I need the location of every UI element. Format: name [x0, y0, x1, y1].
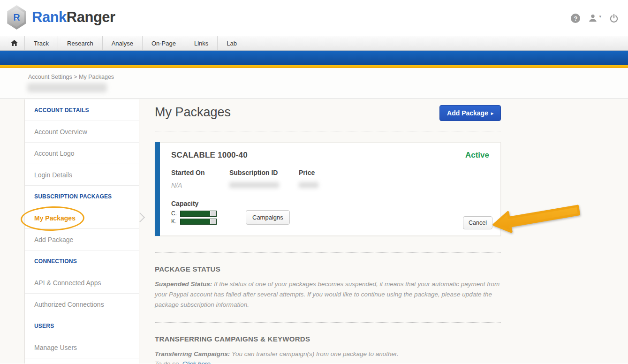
package-card-accent — [155, 142, 160, 236]
blue-banner — [0, 51, 628, 65]
capacity-bars: C. K. — [171, 210, 217, 225]
transferring-heading: TRANSFERRING CAMPAIGNS & KEYWORDS — [155, 335, 501, 343]
package-name: SCALABLE 1000-40 — [171, 151, 248, 160]
keywords-capacity-bar — [180, 219, 217, 225]
sidebar-item-my-packages[interactable]: My Packages — [25, 207, 139, 229]
tab-on-page[interactable]: On-Page — [143, 36, 185, 50]
sidebar-item-add-package[interactable]: Add Package — [25, 229, 139, 250]
package-card: SCALABLE 1000-40 Active Started On N/A S… — [155, 142, 501, 236]
power-icon[interactable] — [609, 14, 619, 23]
main-nav: Track Research Analyse On-Page Links Lab — [0, 36, 628, 51]
sidebar-heading-users: USERS — [25, 315, 139, 337]
user-icon — [588, 14, 598, 23]
user-menu[interactable]: ▾ — [588, 14, 601, 23]
sidebar-heading-connections: CONNECTIONS — [25, 250, 139, 272]
sidebar-heading-subscription-packages: SUBSCRIPTION PACKAGES — [25, 186, 139, 207]
caret-right-icon: ▸ — [491, 111, 493, 116]
tab-links[interactable]: Links — [185, 36, 218, 50]
tab-research[interactable]: Research — [58, 36, 103, 50]
sidebar-item-manage-users[interactable]: Manage Users — [25, 337, 139, 358]
click-here-link[interactable]: Click here — [182, 360, 211, 364]
price-label: Price — [299, 169, 318, 176]
chevron-down-icon: ▾ — [599, 14, 601, 19]
sidebar-item-account-overview[interactable]: Account Overview — [25, 121, 139, 143]
price-redacted — [299, 182, 318, 188]
cancel-button[interactable]: Cancel — [463, 216, 492, 229]
header-icons: ? ▾ — [571, 14, 619, 23]
subscription-id-label: Subscription ID — [229, 169, 299, 176]
keywords-capacity-key: K. — [171, 218, 178, 225]
dotted-divider — [155, 252, 501, 253]
sidebar-item-account-logo[interactable]: Account Logo — [25, 143, 139, 164]
sidebar-item-authorized-connections[interactable]: Authorized Connections — [25, 294, 139, 315]
sidebar-item-login-details[interactable]: Login Details — [25, 164, 139, 186]
sidebar-item-api-connected-apps[interactable]: API & Connected Apps — [25, 272, 139, 294]
home-icon — [11, 40, 18, 46]
brand-name: RankRanger — [32, 9, 115, 26]
rankranger-logo[interactable]: R RankRanger — [6, 5, 115, 30]
top-header: R RankRanger ? ▾ — [0, 0, 628, 36]
help-icon[interactable]: ? — [571, 14, 580, 23]
campaigns-button[interactable]: Campaigns — [246, 210, 290, 225]
arrow-annotation-icon — [488, 202, 586, 236]
breadcrumb: Account Settings > My Packages — [28, 74, 114, 80]
page-title: My Packages — [155, 105, 231, 120]
campaigns-capacity-key: C. — [171, 210, 178, 217]
tab-track[interactable]: Track — [25, 36, 58, 50]
capacity-label: Capacity — [171, 200, 489, 207]
tab-home[interactable] — [4, 36, 25, 50]
package-status-text: Suspended Status: If the status of one o… — [155, 279, 501, 310]
add-package-button[interactable]: Add Package ▸ — [439, 105, 501, 121]
tab-analyse[interactable]: Analyse — [103, 36, 143, 50]
package-status-heading: PACKAGE STATUS — [155, 265, 501, 273]
logo-letter: R — [13, 12, 20, 23]
campaigns-capacity-bar — [180, 211, 217, 217]
started-on-label: Started On — [171, 169, 229, 176]
dotted-divider — [155, 322, 501, 323]
tab-lab[interactable]: Lab — [218, 36, 246, 50]
transferring-text: Transferring Campaigns: You can transfer… — [155, 349, 501, 364]
breadcrumb-band: Account Settings > My Packages — [0, 68, 628, 99]
dotted-divider — [155, 131, 501, 131]
content-area: ACCOUNT DETAILS Account Overview Account… — [0, 99, 628, 364]
main-panel: My Packages Add Package ▸ SCALABLE 1000-… — [155, 105, 501, 364]
sidebar-heading-account-details: ACCOUNT DETAILS — [25, 99, 139, 121]
logo-gem-icon: R — [6, 5, 28, 30]
status-badge: Active — [465, 151, 489, 160]
account-name-redacted — [27, 83, 107, 92]
page: R RankRanger ? ▾ — [0, 0, 628, 364]
settings-sidebar: ACCOUNT DETAILS Account Overview Account… — [24, 99, 139, 364]
subscription-id-redacted — [229, 182, 279, 188]
started-on-value: N/A — [171, 182, 229, 189]
